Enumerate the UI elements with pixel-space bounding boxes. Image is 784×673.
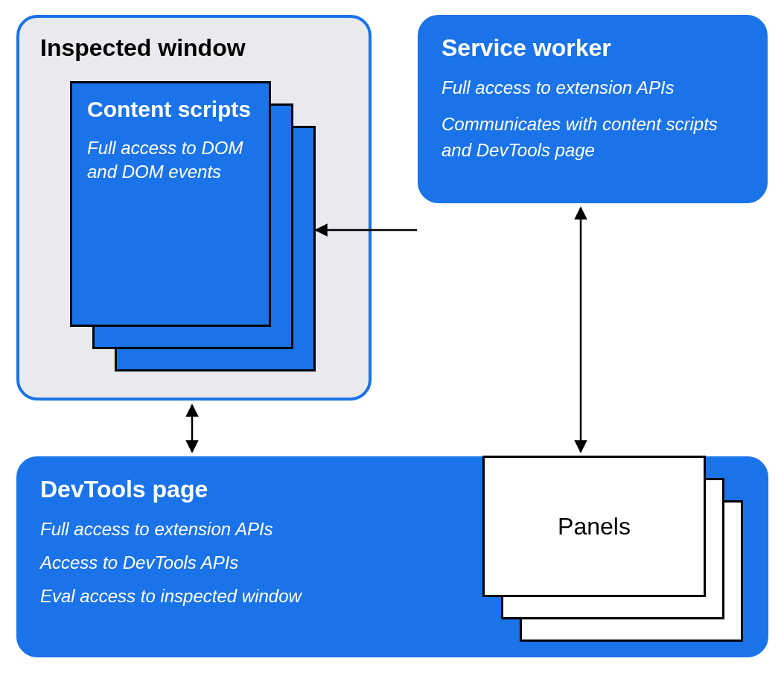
content-script-card-front: Content scripts Full access to DOM and D… <box>70 81 271 327</box>
devtools-page-box: DevTools page Full access to extension A… <box>16 456 768 657</box>
service-worker-desc2: Communicates with content scripts and De… <box>442 112 744 164</box>
service-worker-box: Service worker Full access to extension … <box>418 15 768 203</box>
panel-card-front: Panels <box>482 456 706 597</box>
panels-stack: Panels <box>482 456 743 649</box>
service-worker-desc1: Full access to extension APIs <box>442 75 744 101</box>
architecture-diagram: Inspected window Content scripts Full ac… <box>0 0 784 673</box>
content-scripts-desc: Full access to DOM and DOM events <box>87 136 254 185</box>
content-scripts-stack: Content scripts Full access to DOM and D… <box>70 81 308 379</box>
panels-label: Panels <box>558 513 631 540</box>
inspected-window-title: Inspected window <box>40 34 348 62</box>
inspected-window-box: Inspected window Content scripts Full ac… <box>16 15 372 401</box>
service-worker-title: Service worker <box>442 34 744 62</box>
content-scripts-title: Content scripts <box>87 97 254 123</box>
